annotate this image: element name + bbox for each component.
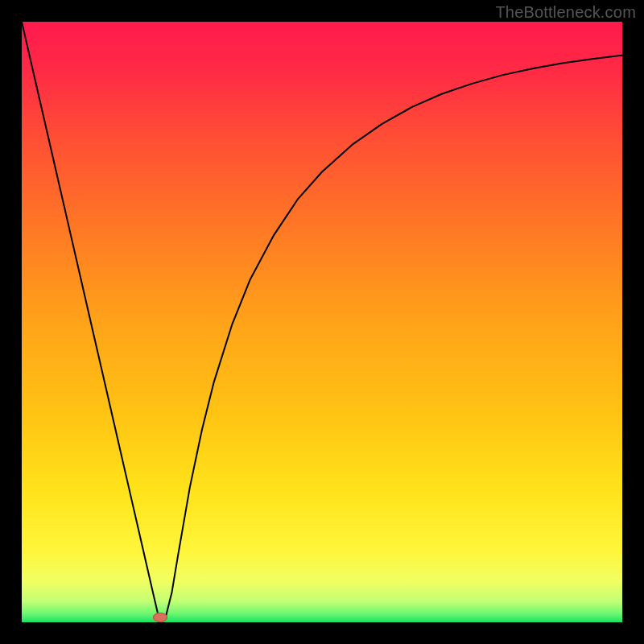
watermark-text: TheBottleneck.com xyxy=(495,3,636,22)
chart-frame: TheBottleneck.com xyxy=(0,0,644,644)
bottleneck-curve xyxy=(22,22,622,622)
min-point-marker xyxy=(153,613,167,622)
plot-area xyxy=(22,22,622,622)
